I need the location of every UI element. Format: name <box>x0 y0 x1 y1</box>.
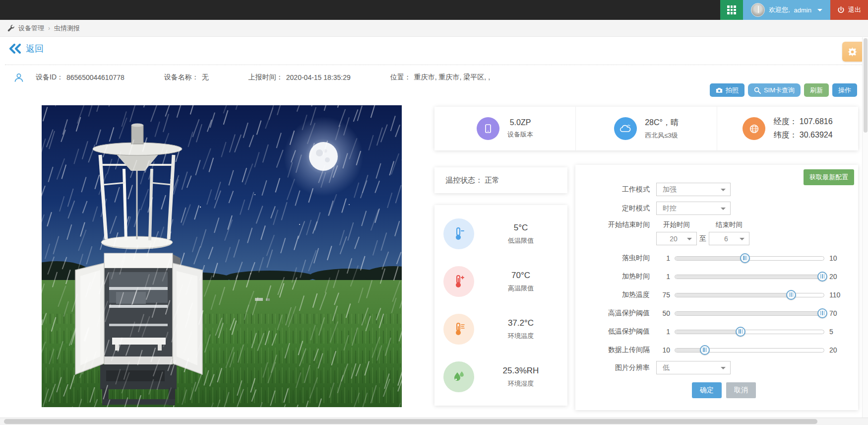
end-time-select[interactable]: 6 <box>709 232 749 245</box>
sensor-readings: 5°C低温限值 70°C高温限值 37.2°C环境温度 25.3%RH环境湿度 <box>434 205 567 406</box>
power-icon <box>837 6 845 14</box>
chevron-down-icon <box>687 238 692 240</box>
confirm-button[interactable]: 确定 <box>692 382 722 398</box>
cloud-icon <box>620 124 631 134</box>
slider-row-high-temp-protect: 高温保护阈值 50 70 <box>575 306 858 321</box>
breadcrumb: 设备管理 › 虫情测报 <box>0 20 868 37</box>
double-chevron-left-icon <box>9 44 22 54</box>
slider-handle[interactable] <box>817 308 827 318</box>
breadcrumb-item-device-mgmt[interactable]: 设备管理 <box>18 24 44 33</box>
camera-icon <box>716 87 723 93</box>
slider-row-upload-interval: 数据上传间隔 10 20 <box>575 343 858 357</box>
topbar: 欢迎您, admin 退出 <box>0 0 868 20</box>
back-button[interactable]: 返回 <box>9 43 44 55</box>
sensor-row-ambient-temp: 37.2°C环境温度 <box>434 314 567 345</box>
start-time-header: 开始时间 <box>656 220 697 229</box>
wrench-icon <box>7 24 14 32</box>
resolution-label: 图片分辨率 <box>575 363 650 372</box>
chevron-down-icon <box>740 238 744 240</box>
refresh-button[interactable]: 刷新 <box>804 83 829 97</box>
thermometer-high-icon <box>452 274 465 289</box>
thermometer-ambient-icon <box>452 322 465 337</box>
horizontal-scrollbar[interactable] <box>0 418 868 425</box>
logout-label: 退出 <box>848 5 861 14</box>
upload-interval-slider[interactable] <box>675 348 824 353</box>
chevron-down-icon <box>817 9 822 11</box>
heating-temp-slider[interactable] <box>675 293 824 297</box>
avatar <box>751 3 765 17</box>
slider-row-heating-time: 加热时间 1 20 <box>575 269 858 284</box>
start-time-select[interactable]: 20 <box>656 232 697 245</box>
device-name: 设备名称：无 <box>164 73 209 82</box>
slider-handle[interactable] <box>700 345 710 355</box>
pest-monitor-page: 欢迎您, admin 退出 设备管理 › 虫情测报 返回 设备ID：865650… <box>0 0 868 425</box>
humidity-drops-icon <box>451 369 466 384</box>
sensor-row-high-temp: 70°C高温限值 <box>434 266 567 297</box>
work-mode-label: 工作模式 <box>575 185 650 194</box>
status-value: 正常 <box>485 176 499 185</box>
back-label: 返回 <box>26 43 44 55</box>
qr-code-button[interactable] <box>720 0 743 20</box>
period-label: 开始结束时间 <box>575 220 650 229</box>
high-temp-protect-slider[interactable] <box>675 311 824 316</box>
sim-query-button[interactable]: SIM卡查询 <box>748 83 801 97</box>
sensor-row-humidity: 25.3%RH环境湿度 <box>434 361 567 392</box>
vertical-scrollbar-thumb[interactable] <box>864 38 868 133</box>
thermometer-low-icon <box>452 226 465 241</box>
slider-handle[interactable] <box>817 272 827 282</box>
action-toolbar: 拍照 SIM卡查询 刷新 操作 <box>710 83 857 97</box>
timer-mode-select[interactable]: 时控 <box>656 202 731 215</box>
to-label: 至 <box>697 234 709 243</box>
dotted-divider <box>5 65 863 65</box>
chevron-down-icon <box>721 367 726 369</box>
vertical-scrollbar[interactable] <box>862 37 868 418</box>
work-mode-select[interactable]: 加强 <box>656 183 731 196</box>
cancel-button[interactable]: 取消 <box>726 382 756 398</box>
location: 位置：重庆市, 重庆市, 梁平区, , <box>390 73 490 82</box>
weather-card: 28C°，晴西北风≤3级 <box>576 107 717 150</box>
gear-icon <box>848 47 857 57</box>
summary-cards: 5.0ZP设备版本 28C°，晴西北风≤3级 经度： 107.6816纬度： 3… <box>434 107 858 150</box>
chevron-down-icon <box>721 189 726 191</box>
operate-button[interactable]: 操作 <box>832 83 857 97</box>
device-id: 设备ID：865650044610778 <box>36 73 124 82</box>
resolution-select[interactable]: 低 <box>656 361 731 374</box>
end-time-header: 结束时间 <box>709 220 749 229</box>
report-time: 上报时间：2020-04-15 18:35:29 <box>248 73 351 82</box>
version-card: 5.0ZP设备版本 <box>434 107 576 150</box>
settings-tab-button[interactable] <box>842 42 862 62</box>
fetch-config-button[interactable]: 获取最新配置 <box>804 169 854 185</box>
photo-button[interactable]: 拍照 <box>710 83 744 97</box>
user-menu[interactable]: 欢迎您, admin <box>743 0 830 20</box>
welcome-text: 欢迎您, <box>769 5 790 14</box>
qr-code-icon <box>727 5 736 14</box>
breadcrumb-separator: › <box>48 25 50 32</box>
low-temp-protect-slider[interactable] <box>675 330 824 334</box>
chevron-down-icon <box>721 208 726 210</box>
timer-mode-label: 定时模式 <box>575 204 650 213</box>
username: admin <box>794 6 811 14</box>
slider-handle[interactable] <box>736 327 745 337</box>
device-photo <box>42 105 402 407</box>
slider-row-low-temp-protect: 低温保护阈值 1 5 <box>575 324 858 339</box>
longitude: 经度： 107.6816 <box>773 117 832 127</box>
slider-row-insect-drop-time: 落虫时间 1 10 <box>575 251 858 266</box>
heating-time-slider[interactable] <box>675 275 824 279</box>
slider-row-heating-temp: 加热温度 75 110 <box>575 287 858 302</box>
temp-control-status: 温控状态： 正常 <box>434 167 567 193</box>
coordinates-card: 经度： 107.6816纬度： 30.63924 <box>717 107 858 150</box>
logout-button[interactable]: 退出 <box>830 0 868 20</box>
breadcrumb-item-pest-report: 虫情测报 <box>54 24 80 33</box>
search-icon <box>754 87 761 94</box>
insect-drop-time-slider[interactable] <box>675 256 824 261</box>
globe-icon <box>749 124 759 134</box>
device-info-row: 设备ID：865650044610778 设备名称：无 上报时间：2020-04… <box>14 72 490 82</box>
phone-icon <box>483 124 493 134</box>
slider-handle[interactable] <box>786 290 796 300</box>
latitude: 纬度： 30.63924 <box>773 130 832 141</box>
horizontal-scrollbar-thumb[interactable] <box>4 419 817 424</box>
config-form: 获取最新配置 工作模式 加强 定时模式 时控 开始结束时间 开始时间 结束时间 <box>575 165 858 410</box>
slider-handle[interactable] <box>740 253 750 263</box>
sensor-row-low-temp: 5°C低温限值 <box>434 218 567 249</box>
user-icon <box>14 72 24 82</box>
